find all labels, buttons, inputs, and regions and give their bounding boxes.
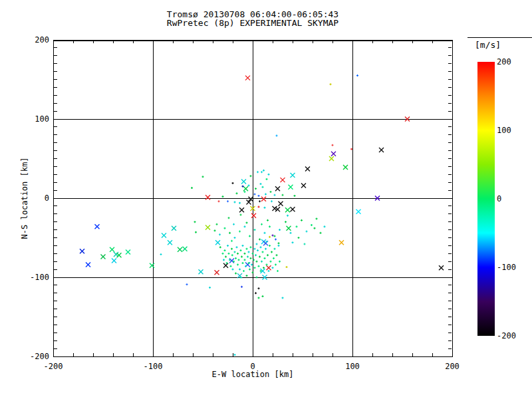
colorbar-tick-label: 0 xyxy=(497,194,501,203)
y-minor-tick-left xyxy=(54,71,57,72)
y-minor-tick-left xyxy=(54,95,57,96)
x-minor-tick-bottom xyxy=(392,353,393,356)
x-minor-tick-bottom xyxy=(273,353,273,356)
y-minor-tick-left xyxy=(54,317,57,317)
y-minor-tick-right xyxy=(448,221,452,222)
y-minor-tick-left xyxy=(54,213,57,214)
y-minor-tick-right xyxy=(448,95,452,96)
y-minor-tick-right xyxy=(448,134,452,135)
top-right-rule xyxy=(467,37,532,38)
gridline-y-0 xyxy=(53,198,452,199)
y-minor-tick-right xyxy=(448,269,452,270)
gridline-x-100 xyxy=(352,40,353,356)
x-minor-tick-bottom xyxy=(133,353,134,356)
colorbar-tick-label: 200 xyxy=(497,57,511,66)
y-minor-tick-right xyxy=(448,293,452,293)
y-minor-tick-right xyxy=(448,150,452,151)
y-minor-tick-left xyxy=(54,332,57,333)
y-minor-tick-left xyxy=(54,142,57,143)
colorbar xyxy=(477,62,495,336)
y-minor-tick-right xyxy=(448,79,452,80)
y-minor-tick-right xyxy=(448,229,452,230)
colorbar-unit-label: [m/s] xyxy=(475,40,501,50)
y-minor-tick-right xyxy=(448,340,452,341)
x-minor-tick-bottom xyxy=(213,353,213,356)
y-minor-tick-right xyxy=(448,63,452,64)
y-minor-tick-right xyxy=(448,87,452,88)
x-minor-tick-top xyxy=(113,40,114,43)
x-minor-tick-top xyxy=(213,40,213,43)
y-minor-tick-left xyxy=(54,301,57,301)
y-minor-tick-left xyxy=(54,348,57,349)
x-minor-tick-top xyxy=(372,40,373,43)
x-axis-title: E-W location [km] xyxy=(53,370,452,379)
x-minor-tick-top xyxy=(412,40,413,43)
y-minor-tick-right xyxy=(448,71,452,72)
x-minor-tick-bottom xyxy=(293,353,293,356)
y-minor-tick-right xyxy=(448,301,452,301)
y-minor-tick-right xyxy=(448,111,452,112)
y-minor-tick-right xyxy=(448,309,452,309)
y-minor-tick-left xyxy=(54,285,57,285)
x-minor-tick-bottom xyxy=(432,353,433,356)
y-minor-tick-right xyxy=(448,142,452,143)
x-minor-tick-top xyxy=(293,40,293,43)
y-minor-tick-left xyxy=(54,261,57,262)
y-minor-tick-left xyxy=(54,47,57,48)
x-minor-tick-top xyxy=(332,40,333,43)
y-minor-tick-left xyxy=(54,111,57,112)
y-minor-tick-right xyxy=(448,103,452,104)
y-minor-tick-left xyxy=(54,166,57,167)
y-axis-title: N-S location [km] xyxy=(20,98,29,298)
x-minor-tick-bottom xyxy=(73,353,74,356)
y-minor-tick-right xyxy=(448,190,452,191)
y-minor-tick-left xyxy=(54,182,57,183)
x-minor-tick-top xyxy=(432,40,433,43)
y-minor-tick-right xyxy=(448,174,452,175)
y-minor-tick-right xyxy=(448,182,452,183)
y-minor-tick-left xyxy=(54,174,57,175)
y-minor-tick-left xyxy=(54,158,57,159)
y-minor-tick-left xyxy=(54,340,57,341)
y-minor-tick-right xyxy=(448,237,452,238)
y-tick-label: -200 xyxy=(0,352,49,361)
gridline-y-100 xyxy=(53,119,452,120)
y-minor-tick-right xyxy=(448,158,452,159)
plot-title-line2: RwPretec (8p) EXPERIMENTAL SKYMAP xyxy=(53,19,452,27)
y-minor-tick-left xyxy=(54,87,57,88)
y-minor-tick-left xyxy=(54,79,57,80)
colorbar-tick-label: -200 xyxy=(497,331,516,340)
y-minor-tick-right xyxy=(448,253,452,254)
y-minor-tick-left xyxy=(54,325,57,325)
x-minor-tick-top xyxy=(93,40,94,43)
y-minor-tick-right xyxy=(448,55,452,56)
x-minor-tick-top xyxy=(392,40,393,43)
skymap-figure: Tromsø 20130708 06:04:00-06:05:43 RwPret… xyxy=(0,0,532,399)
x-minor-tick-bottom xyxy=(193,353,194,356)
y-minor-tick-right xyxy=(448,325,452,325)
y-minor-tick-left xyxy=(54,63,57,64)
x-minor-tick-bottom xyxy=(113,353,114,356)
y-minor-tick-left xyxy=(54,309,57,309)
y-minor-tick-right xyxy=(448,261,452,262)
x-minor-tick-top xyxy=(193,40,194,43)
x-minor-tick-bottom xyxy=(93,353,94,356)
x-minor-tick-bottom xyxy=(233,353,233,356)
y-minor-tick-right xyxy=(448,213,452,214)
x-minor-tick-top xyxy=(273,40,273,43)
x-minor-tick-top xyxy=(73,40,74,43)
y-minor-tick-left xyxy=(54,293,57,293)
y-minor-tick-right xyxy=(448,348,452,349)
y-minor-tick-right xyxy=(448,317,452,317)
x-minor-tick-bottom xyxy=(372,353,373,356)
y-minor-tick-left xyxy=(54,150,57,151)
x-minor-tick-top xyxy=(173,40,174,43)
y-minor-tick-left xyxy=(54,126,57,127)
x-minor-tick-bottom xyxy=(173,353,174,356)
y-minor-tick-left xyxy=(54,55,57,56)
x-minor-tick-bottom xyxy=(412,353,413,356)
y-minor-tick-right xyxy=(448,285,452,285)
y-minor-tick-left xyxy=(54,134,57,135)
y-minor-tick-left xyxy=(54,205,57,206)
y-minor-tick-left xyxy=(54,229,57,230)
